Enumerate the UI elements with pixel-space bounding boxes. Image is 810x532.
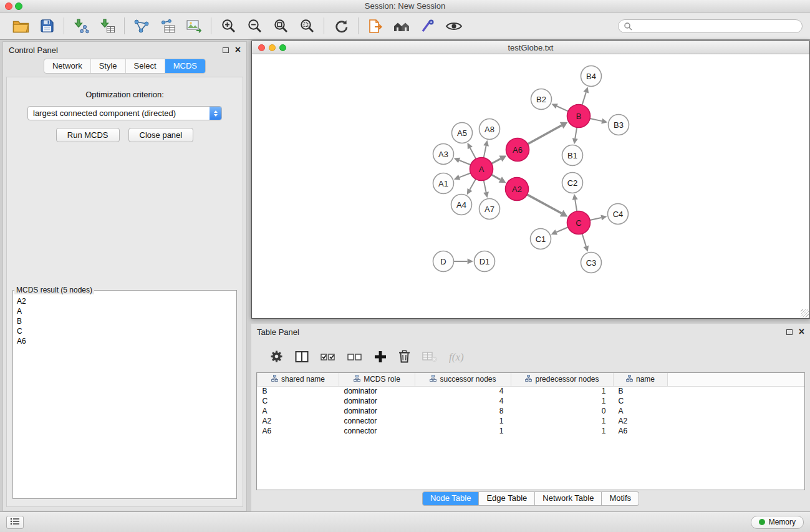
edge-A-A3[interactable] bbox=[459, 160, 470, 165]
table-row[interactable]: A6connector11A6 bbox=[258, 426, 805, 436]
edge-A-A8[interactable] bbox=[484, 146, 486, 158]
result-item[interactable]: B bbox=[17, 316, 233, 326]
cell-name[interactable]: B bbox=[614, 386, 668, 396]
network-minimize-button[interactable] bbox=[269, 44, 276, 51]
cell-shared-name[interactable]: A6 bbox=[258, 426, 339, 436]
cell-successor-nodes[interactable]: 1 bbox=[415, 426, 511, 436]
zoom-selected-button[interactable] bbox=[296, 16, 318, 37]
home-button[interactable] bbox=[390, 16, 413, 37]
tab-node-table[interactable]: Node Table bbox=[422, 491, 480, 506]
delete-row-button[interactable] bbox=[398, 350, 410, 365]
network-node-C4[interactable]: C4 bbox=[608, 204, 629, 225]
result-item[interactable]: C bbox=[17, 326, 233, 336]
cell-predecessor-nodes[interactable]: 1 bbox=[511, 426, 614, 436]
table-row[interactable]: Adominator80A bbox=[258, 406, 805, 416]
column-header-predecessor-nodes[interactable]: predecessor nodes bbox=[511, 373, 614, 386]
zoom-fit-button[interactable] bbox=[269, 16, 292, 37]
import-table-button[interactable] bbox=[96, 16, 118, 37]
import-network-button[interactable] bbox=[70, 16, 92, 37]
column-header-shared-name[interactable]: shared name bbox=[258, 373, 339, 386]
network-view[interactable]: B4B2BB3A8A5A6A3B1AC2A1A2A4A7C4CC1C3DD1 bbox=[252, 54, 809, 318]
cell-MCDS-role[interactable]: connector bbox=[339, 426, 415, 436]
open-session-button[interactable] bbox=[9, 16, 32, 37]
cell-successor-nodes[interactable]: 1 bbox=[415, 416, 511, 426]
edge-A-A7[interactable] bbox=[484, 180, 486, 192]
network-node-A[interactable]: A bbox=[470, 158, 493, 181]
network-node-B4[interactable]: B4 bbox=[581, 66, 602, 87]
select-all-button[interactable] bbox=[321, 351, 335, 364]
edge-C-C2[interactable] bbox=[575, 200, 577, 211]
network-node-D[interactable]: D bbox=[433, 251, 454, 272]
edge-A6-B[interactable] bbox=[528, 125, 561, 144]
cell-MCDS-role[interactable]: dominator bbox=[339, 396, 415, 406]
new-network-button[interactable] bbox=[130, 16, 153, 37]
edge-A-A4[interactable] bbox=[470, 179, 476, 190]
cell-successor-nodes[interactable]: 4 bbox=[415, 386, 511, 396]
edge-A-A1[interactable] bbox=[460, 173, 471, 178]
network-node-A7[interactable]: A7 bbox=[480, 199, 500, 220]
cell-name[interactable]: A2 bbox=[614, 416, 668, 426]
network-zoom-button[interactable] bbox=[279, 44, 286, 51]
tab-edge-table[interactable]: Edge Table bbox=[479, 491, 535, 506]
edge-C-C1[interactable] bbox=[556, 227, 568, 232]
cell-shared-name[interactable]: A bbox=[258, 406, 339, 416]
cell-MCDS-role[interactable]: dominator bbox=[339, 386, 415, 396]
cell-name[interactable]: A6 bbox=[614, 426, 668, 436]
edge-C-C4[interactable] bbox=[590, 218, 601, 220]
table-row[interactable]: Cdominator41C bbox=[258, 396, 805, 406]
zoom-window-button[interactable] bbox=[15, 2, 22, 10]
float-panel-icon[interactable] bbox=[223, 47, 229, 53]
column-header-successor-nodes[interactable]: successor nodes bbox=[415, 373, 511, 386]
result-item[interactable]: A bbox=[17, 306, 233, 316]
edge-A2-C[interactable] bbox=[527, 195, 561, 213]
cell-name[interactable]: C bbox=[614, 396, 668, 406]
edge-B-B4[interactable] bbox=[582, 92, 586, 105]
tab-network[interactable]: Network bbox=[44, 59, 91, 73]
search-field[interactable] bbox=[618, 19, 803, 33]
network-table-button[interactable] bbox=[157, 16, 179, 37]
column-header-MCDS-role[interactable]: MCDS role bbox=[339, 373, 415, 386]
close-panel-icon[interactable] bbox=[235, 47, 241, 53]
network-node-A4[interactable]: A4 bbox=[451, 195, 472, 215]
table-row[interactable]: Bdominator41B bbox=[258, 386, 805, 396]
tab-network-table[interactable]: Network Table bbox=[535, 491, 602, 506]
edge-A-A2[interactable] bbox=[491, 175, 500, 180]
cell-shared-name[interactable]: C bbox=[258, 396, 339, 406]
task-history-button[interactable] bbox=[6, 516, 24, 529]
cell-predecessor-nodes[interactable]: 1 bbox=[511, 416, 614, 426]
network-node-A6[interactable]: A6 bbox=[506, 138, 529, 162]
table-settings-button[interactable] bbox=[270, 350, 283, 365]
tab-style[interactable]: Style bbox=[91, 59, 126, 73]
float-table-panel-icon[interactable] bbox=[786, 329, 793, 335]
network-node-C2[interactable]: C2 bbox=[562, 173, 583, 193]
tab-select[interactable]: Select bbox=[126, 59, 165, 73]
network-close-button[interactable] bbox=[258, 44, 265, 51]
cell-predecessor-nodes[interactable]: 0 bbox=[511, 406, 614, 416]
resize-grip-icon[interactable] bbox=[801, 309, 809, 317]
add-row-button[interactable] bbox=[374, 351, 387, 365]
network-node-A3[interactable]: A3 bbox=[433, 144, 454, 165]
run-mcds-button[interactable]: Run MCDS bbox=[56, 128, 120, 142]
network-node-A2[interactable]: A2 bbox=[506, 178, 529, 201]
network-node-B3[interactable]: B3 bbox=[609, 115, 629, 135]
network-node-D1[interactable]: D1 bbox=[475, 251, 495, 272]
close-table-panel-icon[interactable] bbox=[799, 329, 804, 335]
zoom-out-button[interactable] bbox=[243, 16, 266, 37]
zoom-in-button[interactable] bbox=[217, 16, 239, 37]
network-node-B2[interactable]: B2 bbox=[531, 89, 552, 110]
cell-successor-nodes[interactable]: 8 bbox=[415, 406, 511, 416]
cell-MCDS-role[interactable]: dominator bbox=[339, 406, 415, 416]
network-node-B1[interactable]: B1 bbox=[562, 145, 583, 166]
cell-successor-nodes[interactable]: 4 bbox=[415, 396, 511, 406]
result-item[interactable]: A6 bbox=[17, 336, 233, 346]
edge-B-B1[interactable] bbox=[575, 127, 577, 138]
network-node-B[interactable]: B bbox=[567, 105, 591, 128]
cell-predecessor-nodes[interactable]: 1 bbox=[511, 396, 614, 406]
show-hide-button[interactable] bbox=[443, 16, 465, 37]
style-annotation-button[interactable] bbox=[417, 16, 439, 37]
export-image-button[interactable] bbox=[183, 16, 205, 37]
app-titlebar[interactable]: Session: New Session bbox=[0, 0, 810, 12]
cell-name[interactable]: A bbox=[614, 406, 668, 416]
column-header-name[interactable]: name bbox=[614, 373, 668, 386]
cell-predecessor-nodes[interactable]: 1 bbox=[511, 386, 614, 396]
